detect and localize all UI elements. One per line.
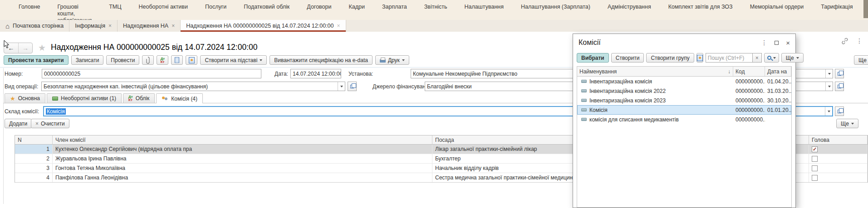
col-header-date[interactable]: Дата на [765,67,791,76]
equipment-icon [52,97,58,101]
reports-button[interactable] [171,55,183,65]
date-label: Дата: [275,71,288,77]
tab-osnovna[interactable]: ★ Основна [5,93,45,103]
combo-arrow[interactable] [338,82,343,91]
table-more-button[interactable]: Ще [836,119,858,128]
maximize-icon[interactable] [775,41,779,45]
menu-item-memorialni-ordery[interactable]: Меморіальні ордери [741,4,813,10]
commission-label: Склад комісії: [5,108,39,115]
attachments-button[interactable] [142,55,154,65]
create-group-button[interactable]: Створити групу [646,53,694,63]
chevron-down-icon [828,111,830,112]
cell-n[interactable]: 4 [15,173,53,182]
document-toolbar: Провести та закрити Записати Провести Дт… [4,55,409,65]
head-checkbox[interactable] [812,175,818,181]
create-button[interactable]: Створити [611,53,644,63]
cell-member[interactable]: Кухтенко Олександр Сергійович (відрядна … [53,145,432,154]
cell-n[interactable]: 2 [15,154,53,163]
commission-open-button[interactable] [835,106,844,116]
org-open-button[interactable] [835,69,844,78]
popup-address-book-button[interactable] [696,53,703,63]
number-field[interactable]: 000000000025 [42,69,261,78]
list-item-selected[interactable]: Комісія 000000000... 01.01.20... [577,105,791,115]
menu-item-administruvannia[interactable]: Адміністрування [599,4,660,10]
favorite-star-icon[interactable]: ★ [38,43,46,53]
list-item[interactable]: Інвентаризаційна комісія 2022 000000000.… [577,86,791,96]
search-icon [767,56,771,60]
toolbar-more-button[interactable]: Ще [854,55,868,65]
combo-arrow[interactable] [825,69,831,78]
menu-item-nalashtuvannia-zarplata[interactable]: Налаштування (Зарплата) [512,4,599,10]
search-clear-button[interactable]: × [753,53,762,63]
dtkt-icon: ДтКт [128,95,133,102]
cell-head [809,154,868,163]
head-checkbox[interactable] [812,156,818,162]
menu-item-podatkovyi-oblik[interactable]: Податковий облік [235,4,298,10]
list-item[interactable]: Інвентаризаційна комісія 2023 000000000.… [577,96,791,105]
combo-arrow[interactable] [825,107,830,116]
menu-item-nalashtuvannia[interactable]: Налаштування [456,4,512,10]
chevron-down-icon [828,86,831,87]
tab-home[interactable]: ⌂ Початкова сторінка [0,20,69,32]
close-icon[interactable]: × [172,23,175,29]
add-row-button[interactable]: Додати [5,119,32,128]
list-item[interactable]: Інвентаризаційна комісія 000000000... 01… [577,77,791,86]
link-icon[interactable] [841,38,848,44]
menu-item-posluhy[interactable]: Послуги [196,4,235,10]
menu-item-komplekt-zvitiv[interactable]: Комплект звітів для ЗОЗ [660,4,741,10]
mouse-cursor [4,40,10,48]
search-options-button[interactable] [764,53,779,63]
combo-arrow[interactable] [825,82,831,91]
save-button[interactable]: Записати [71,55,104,65]
menu-item-tmts[interactable]: ТМЦ [100,4,130,10]
cell-n[interactable]: 3 [15,164,53,173]
menu-item-dohovory[interactable]: Договори [298,4,340,10]
popup-close-icon[interactable]: × [786,39,790,47]
menu-scrollbar[interactable] [863,0,868,18]
tab-neoborotni-aktyvy[interactable]: Необоротні активи (1) [47,93,122,103]
search-input[interactable] [706,53,753,63]
date-field[interactable]: 14.07.2024 12:00:00 [290,69,341,78]
more-menu-icon[interactable]: ⋮ [856,37,863,44]
col-header-name[interactable]: Найменування ↓ [577,67,733,76]
upload-spec-button[interactable]: Вивантажити специфікацію на e-data [270,55,373,65]
menu-item-zvitnist[interactable]: Звітність [416,4,456,10]
head-checkbox-checked[interactable]: ✓ [812,146,818,152]
close-icon[interactable]: × [337,23,340,29]
tab-nadkhodzhennia-na[interactable]: Надходження НА × [118,20,181,32]
address-book-button[interactable] [186,55,197,65]
create-based-on-button[interactable]: Створити на підставі [200,55,267,65]
list-item[interactable]: комісія для списання медикаментів 000000… [577,115,791,124]
col-header-code[interactable]: Код [733,67,765,76]
main-menu-bar: Головне Грошові кошти, зобов'язання ТМЦ … [0,0,868,20]
print-button[interactable]: Друк [375,55,409,65]
tab-oblik[interactable]: ДтКт Облік [123,93,155,103]
menu-item-neoborotni-aktyvy[interactable]: Необоротні активи [130,4,196,10]
post-and-close-button[interactable]: Провести та закрити [4,55,69,65]
cell-member[interactable]: Панфілова Ганна Леонідівна [53,173,432,182]
postings-dtkt-button[interactable]: ДтКт [157,55,168,65]
menu-item-kadry[interactable]: Кадри [340,4,373,10]
cell-member[interactable]: Журавльова Ірина Павлівна [53,154,432,163]
operation-type-field[interactable]: Безоплатне надходження кап. інвестицій (… [41,82,345,91]
head-checkbox[interactable] [812,165,818,171]
select-button[interactable]: Вибрати [577,53,609,63]
funding-source-open-button[interactable] [835,82,844,91]
popup-more-icon[interactable]: ⋮ [761,39,767,46]
catalog-element-icon [581,108,587,111]
forward-button[interactable]: → [18,43,32,53]
close-icon[interactable]: × [108,23,112,29]
clear-button[interactable]: × Очистити [31,119,69,128]
cell-n[interactable]: 1 [15,145,53,154]
popup-more-button[interactable]: Ще [781,53,804,63]
operation-type-open-button[interactable] [348,82,357,91]
cell-member[interactable]: Гонтова Тетяна Миколаївна [53,164,432,173]
post-button[interactable]: Провести [106,55,139,65]
menu-item-zarplata[interactable]: Зарплата [373,4,416,10]
menu-item-taryfikatsiia[interactable]: Тарифікація [812,4,861,10]
tab-informatsiia[interactable]: Інформація × [69,20,118,32]
commissions-list: Найменування ↓ Код Дата на Інвентаризаці… [577,66,792,208]
tab-komisiia[interactable]: Комісія (4) [156,93,203,103]
menu-item-holovne[interactable]: Головне [10,4,49,10]
tab-nadkhodzhennia-na-000000000025[interactable]: Надходження НА 000000000025 від 14.07.20… [181,20,346,32]
